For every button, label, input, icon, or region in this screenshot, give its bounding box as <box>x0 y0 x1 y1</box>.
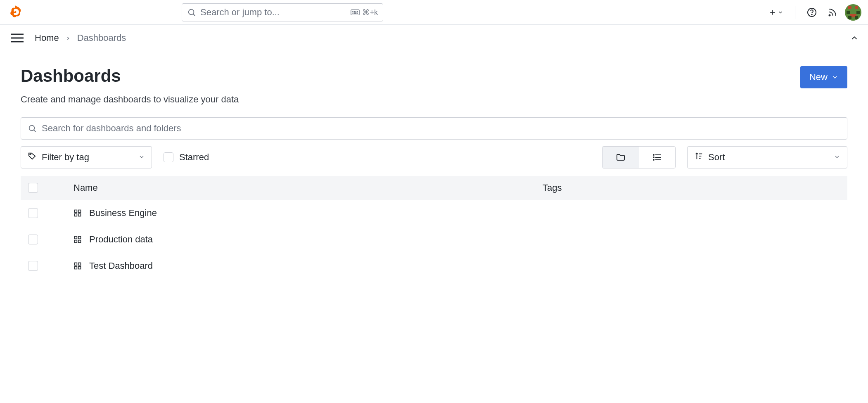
sort-icon <box>694 152 703 163</box>
dashboard-icon <box>74 235 82 244</box>
svg-point-26 <box>29 126 35 131</box>
plus-icon <box>768 8 777 17</box>
folder-view-button[interactable] <box>602 147 639 168</box>
tag-icon <box>28 152 37 163</box>
chevron-down-icon <box>778 9 783 15</box>
chevron-right-icon <box>66 33 71 43</box>
svg-rect-49 <box>78 267 81 269</box>
page-header: Dashboards New <box>21 66 847 88</box>
dashboard-link[interactable]: Production data <box>89 234 153 245</box>
select-all-checkbox[interactable] <box>28 183 38 193</box>
help-icon <box>807 7 817 17</box>
svg-rect-41 <box>78 214 81 216</box>
svg-point-34 <box>653 159 654 160</box>
divider <box>795 6 795 19</box>
search-placeholder: Search or jump to... <box>200 7 351 18</box>
breadcrumb-current: Dashboards <box>77 33 126 43</box>
chevron-down-icon <box>832 74 838 81</box>
table-row: Test Dashboard <box>21 253 847 279</box>
svg-point-3 <box>353 11 353 12</box>
avatar[interactable] <box>845 4 861 21</box>
svg-rect-9 <box>354 12 357 13</box>
column-header-tags[interactable]: Tags <box>543 183 840 193</box>
filter-by-tag[interactable]: Filter by tag <box>21 146 152 168</box>
help-button[interactable] <box>804 4 820 21</box>
svg-rect-42 <box>75 237 77 239</box>
chevron-down-icon <box>834 152 840 163</box>
svg-point-28 <box>30 154 31 155</box>
svg-rect-44 <box>75 240 77 243</box>
svg-point-0 <box>189 9 194 14</box>
hamburger-icon <box>11 33 24 43</box>
header-right <box>765 4 861 21</box>
dashboard-icon <box>74 209 82 217</box>
dashboard-link[interactable]: Business Engine <box>89 208 157 218</box>
svg-line-27 <box>34 130 36 132</box>
svg-rect-48 <box>75 267 77 269</box>
menu-toggle-button[interactable] <box>9 30 26 46</box>
search-icon <box>187 8 196 17</box>
sort-select[interactable]: Sort <box>687 146 847 168</box>
starred-filter: Starred <box>164 152 209 163</box>
column-header-name[interactable]: Name <box>74 183 543 193</box>
page-title: Dashboards <box>21 66 121 86</box>
grafana-logo[interactable] <box>7 3 25 21</box>
add-menu-button[interactable] <box>765 4 787 21</box>
svg-point-5 <box>356 11 356 12</box>
starred-checkbox[interactable] <box>164 152 173 162</box>
list-icon <box>652 152 662 162</box>
breadcrumb-home[interactable]: Home <box>35 33 59 43</box>
table-row: Business Engine <box>21 200 847 226</box>
svg-point-14 <box>829 14 830 16</box>
chevron-down-icon <box>138 152 145 163</box>
svg-rect-40 <box>75 214 77 216</box>
global-search[interactable]: Search or jump to... ⌘+k <box>182 3 383 21</box>
svg-point-6 <box>357 11 358 12</box>
top-header: Search or jump to... ⌘+k <box>0 0 868 25</box>
svg-point-33 <box>653 157 654 158</box>
table-row: Production data <box>21 226 847 253</box>
svg-rect-2 <box>351 9 359 15</box>
news-button[interactable] <box>824 4 841 21</box>
filter-row: Filter by tag Starred <box>21 146 847 168</box>
list-view-button[interactable] <box>639 147 675 168</box>
svg-point-32 <box>653 154 654 155</box>
svg-rect-43 <box>78 237 81 239</box>
svg-rect-17 <box>855 6 858 9</box>
svg-rect-38 <box>75 210 77 213</box>
svg-rect-18 <box>847 11 850 14</box>
dashboard-search[interactable] <box>21 117 847 140</box>
collapse-button[interactable] <box>850 33 859 43</box>
row-checkbox[interactable] <box>28 261 38 271</box>
search-icon <box>28 124 37 133</box>
dashboard-icon <box>74 262 82 270</box>
page-subtitle: Create and manage dashboards to visualiz… <box>21 94 847 105</box>
svg-rect-45 <box>78 240 81 243</box>
keyboard-icon <box>351 9 360 16</box>
folder-icon <box>616 152 626 162</box>
svg-rect-21 <box>848 16 851 19</box>
breadcrumb-bar: Home Dashboards <box>0 25 868 51</box>
page-content: Dashboards New Create and manage dashboa… <box>0 51 868 294</box>
svg-rect-19 <box>856 11 860 14</box>
dashboard-link[interactable]: Test Dashboard <box>89 261 153 271</box>
table-header: Name Tags <box>21 176 847 200</box>
rss-icon <box>828 7 837 17</box>
svg-rect-22 <box>855 16 858 19</box>
row-checkbox[interactable] <box>28 235 38 244</box>
svg-rect-46 <box>75 263 77 266</box>
svg-rect-16 <box>848 6 851 9</box>
row-checkbox[interactable] <box>28 208 38 218</box>
dashboard-search-input[interactable] <box>42 123 840 134</box>
svg-line-1 <box>193 14 195 16</box>
search-shortcut: ⌘+k <box>351 8 378 17</box>
new-button[interactable]: New <box>800 66 847 88</box>
starred-label: Starred <box>179 152 209 163</box>
svg-rect-47 <box>78 263 81 266</box>
breadcrumb: Home Dashboards <box>35 33 126 43</box>
svg-point-8 <box>357 13 358 13</box>
svg-point-4 <box>354 11 355 12</box>
view-toggle <box>602 146 676 168</box>
chevron-up-icon <box>850 33 859 43</box>
svg-point-7 <box>353 13 353 13</box>
